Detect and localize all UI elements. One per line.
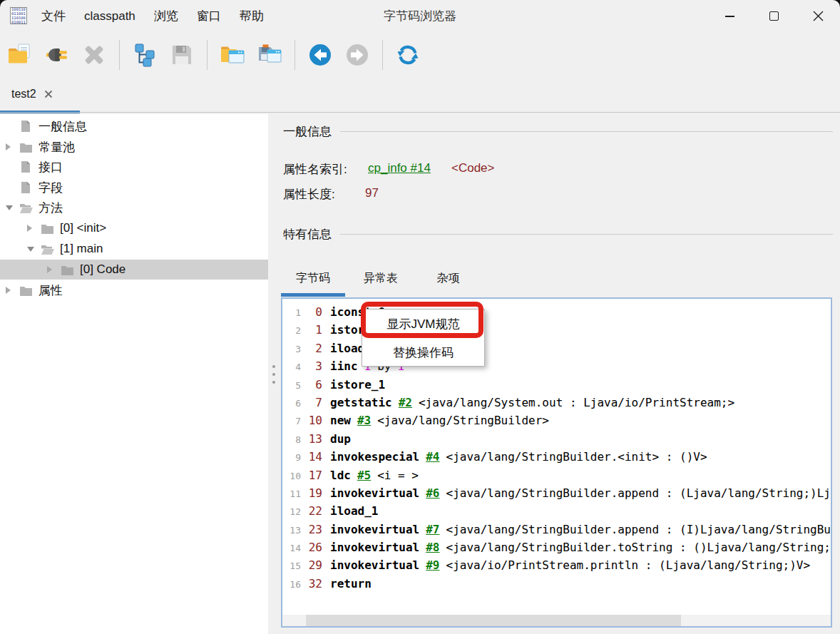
tree-item-interfaces[interactable]: 接口: [0, 157, 268, 177]
expand-arrow-icon[interactable]: [6, 287, 20, 294]
folder-icon: [61, 265, 73, 275]
bytecode-line[interactable]: 813dup: [282, 430, 831, 448]
opcode: iinc: [330, 359, 358, 373]
tab-label: test2: [11, 88, 36, 101]
bytecode-line[interactable]: 1426invokevirtual#8<java/lang/StringBuil…: [282, 538, 831, 556]
constant-pool-link[interactable]: #4: [426, 450, 439, 464]
minimize-icon: [725, 16, 734, 17]
tree-item-code-attribute[interactable]: [0] Code: [0, 260, 268, 280]
expand-arrow-icon[interactable]: [6, 205, 20, 210]
constant-pool-link[interactable]: #8: [426, 541, 439, 554]
open-window-button[interactable]: [217, 37, 248, 73]
reload-button[interactable]: [392, 37, 424, 73]
line-number: 9: [282, 449, 301, 466]
attr-name-value: <Code>: [451, 161, 495, 175]
bytecode-line[interactable]: 1119invokevirtual#6<java/lang/StringBuil…: [282, 484, 831, 502]
bytecode-offset: 13: [301, 430, 322, 448]
classpath-plug-button[interactable]: [41, 37, 73, 73]
close-x-icon: [81, 42, 107, 68]
expand-arrow-icon[interactable]: [27, 225, 41, 232]
document-tab-bar: test2: [0, 78, 840, 114]
tree-item-method-init[interactable]: [0] <init>: [0, 218, 268, 238]
document-icon: [20, 161, 31, 173]
context-menu: 显示JVM规范 替换操作码: [362, 309, 485, 367]
back-button[interactable]: [304, 37, 336, 73]
bytecode-line[interactable]: 1529invokevirtual#9<java/io/PrintStream.…: [282, 556, 831, 574]
line-number: 15: [282, 557, 301, 574]
scrollbar-thumb[interactable]: [306, 615, 681, 626]
tree-item-label: [0] Code: [80, 262, 126, 277]
tab-misc[interactable]: 杂项: [416, 271, 480, 286]
expand-arrow-icon[interactable]: [6, 143, 20, 150]
line-number: 12: [282, 503, 301, 520]
bytecode-offset: 26: [301, 538, 322, 556]
browse-structure-button[interactable]: [129, 37, 160, 73]
panel-splitter[interactable]: [268, 114, 281, 634]
bytecode-line[interactable]: 1632return: [282, 575, 831, 593]
menu-item[interactable]: 帮助: [240, 8, 264, 24]
tree-item-constant-pool[interactable]: 常量池: [0, 137, 268, 157]
minimize-button[interactable]: [707, 0, 752, 32]
tab-test2[interactable]: test2: [0, 78, 80, 111]
bytecode-offset: 3: [301, 357, 322, 375]
context-menu-item-show-jvm-spec[interactable]: 显示JVM规范: [362, 310, 484, 338]
bytecode-offset: 29: [301, 556, 322, 574]
constant-pool-link[interactable]: #6: [426, 486, 439, 500]
expand-arrow-icon[interactable]: [47, 266, 61, 273]
structure-tree: 一般信息 常量池 接口 字段 方法 [0] <init> [1] main [0…: [0, 114, 268, 634]
expand-arrow-icon[interactable]: [27, 247, 41, 252]
attr-length-value: 97: [365, 186, 379, 200]
bytecode-line[interactable]: 1323invokevirtual#7<java/lang/StringBuil…: [282, 521, 831, 538]
constant-pool-link[interactable]: #7: [426, 523, 439, 536]
toolbar: [0, 32, 840, 78]
section-specific-info: 特有信息: [283, 225, 833, 242]
tab-close-icon[interactable]: [44, 90, 53, 98]
folder-icon: [41, 223, 53, 234]
bytecode-line[interactable]: 67getstatic#2<java/lang/System.out : Lja…: [282, 394, 831, 411]
constant-pool-link[interactable]: cp_info #14: [368, 161, 431, 175]
operand-text: <java/lang/System.out : Ljava/io/PrintSt…: [419, 396, 734, 409]
close-button[interactable]: [796, 0, 840, 32]
tab-exception-table[interactable]: 异常表: [349, 271, 413, 286]
menu-item[interactable]: 文件: [41, 8, 66, 24]
bytecode-line[interactable]: 914invokespecial#4<java/lang/StringBuild…: [282, 448, 831, 466]
constant-pool-link[interactable]: #3: [357, 414, 371, 427]
bytecode-line[interactable]: 56istore_1: [282, 376, 831, 394]
open-file-button[interactable]: [4, 37, 36, 73]
constant-pool-link[interactable]: #2: [399, 396, 412, 409]
document-icon: [20, 182, 31, 193]
bytecode-line[interactable]: 710new#3<java/lang/StringBuilder>: [282, 411, 831, 429]
tree-item-attributes[interactable]: 属性: [0, 280, 268, 300]
constant-pool-link[interactable]: #9: [426, 558, 439, 572]
bytecode-offset: 2: [301, 339, 322, 357]
menu-item[interactable]: 窗口: [197, 8, 221, 24]
tabbar-divider: [0, 112, 840, 113]
toolbar-separator: [294, 40, 295, 70]
opcode: iload_1: [330, 504, 378, 518]
line-number: 10: [282, 467, 301, 484]
horizontal-scrollbar[interactable]: [282, 615, 831, 626]
maximize-button[interactable]: [752, 0, 796, 32]
tab-bytecode[interactable]: 字节码: [281, 271, 345, 286]
bytecode-line[interactable]: 1017ldc#5<i = >: [282, 466, 831, 484]
tree-item-method-main[interactable]: [1] main: [0, 239, 268, 259]
bytecode-offset: 17: [301, 466, 322, 484]
opcode: return: [330, 577, 372, 590]
tree-item-methods[interactable]: 方法: [0, 198, 268, 218]
menu-item[interactable]: classpath: [84, 9, 135, 24]
line-number: 11: [282, 485, 301, 502]
tree-item-fields[interactable]: 字段: [0, 178, 268, 198]
menu-item[interactable]: 浏览: [154, 8, 178, 24]
bytecode-offset: 14: [301, 448, 322, 466]
save-window-button[interactable]: [254, 37, 285, 73]
line-number: 2: [282, 322, 301, 339]
tree-item-label: 接口: [39, 159, 63, 175]
tree-item-general-info[interactable]: 一般信息: [0, 116, 268, 136]
context-menu-item-replace-opcode[interactable]: 替换操作码: [362, 338, 484, 367]
line-number: 13: [282, 521, 301, 538]
opcode: new: [330, 414, 351, 427]
bytecode-line[interactable]: 1222iload_1: [282, 502, 831, 520]
constant-pool-link[interactable]: #5: [357, 469, 371, 482]
forward-icon: [344, 42, 370, 68]
bytecode-offset: 22: [301, 502, 322, 520]
